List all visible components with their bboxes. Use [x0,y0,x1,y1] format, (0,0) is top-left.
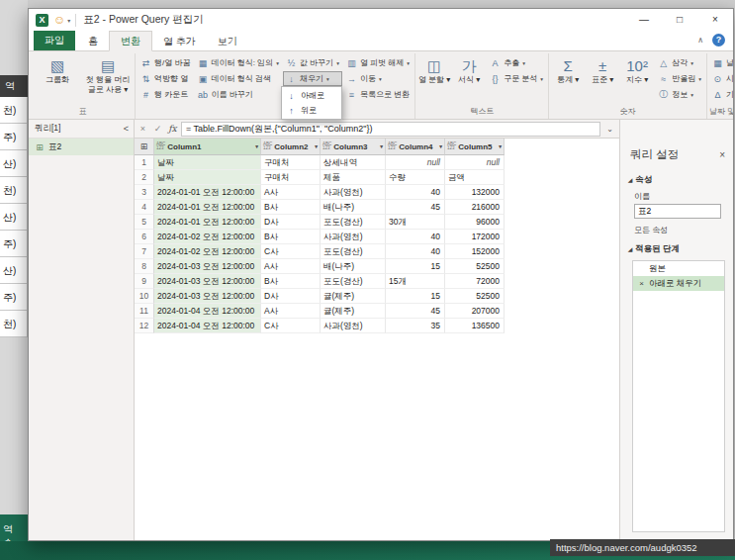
ribbon-button-표준[interactable]: ±표준 ▾ [586,53,619,101]
row-number[interactable]: 2 [135,170,154,185]
fill-menu-item-아래로[interactable]: ↓아래로 [283,88,340,103]
ribbon-button-그룹화[interactable]: ▧그룹화 [33,53,82,101]
tab-보기[interactable]: 보기 [207,32,248,50]
cell[interactable]: 2024-01-02 오전 12:00:00 [154,244,261,259]
formula-check-icon[interactable]: ✓ [151,124,164,134]
grid-corner-icon[interactable]: ⊞ [135,139,154,155]
cell[interactable]: 사과(영천) [321,230,386,244]
formula-expand-icon[interactable]: ⌄ [602,125,617,134]
cell[interactable]: 152000 [445,244,505,259]
cell[interactable]: 35 [386,319,445,333]
ribbon-button-데이터 형식: 임의[interactable]: ▦데이터 형식: 임의▾ [194,55,281,70]
cell[interactable]: 40 [386,244,445,259]
minimize-button[interactable]: — [626,9,662,31]
cell[interactable]: 15 [386,289,445,304]
cell[interactable]: 구매처 [261,155,321,170]
ribbon-button-열 피벗 해제[interactable]: ▥열 피벗 해제▾ [343,55,413,70]
ribbon-button-기간[interactable]: Δ기간▾ [709,87,734,102]
caret-down-icon[interactable]: ▾ [67,17,70,24]
filter-icon[interactable]: ▾ [255,143,258,149]
cell[interactable]: 배(나주) [321,259,386,274]
tab-변환[interactable]: 변환 [109,31,152,51]
ribbon-button-반올림[interactable]: ≈반올림▾ [655,71,704,86]
filter-icon[interactable]: ▾ [315,143,318,149]
row-number[interactable]: 5 [135,215,154,230]
cell[interactable]: 2024-01-01 오전 12:00:00 [154,200,261,215]
ribbon-button-행/열 바꿈[interactable]: ⇄행/열 바꿈 [138,55,193,70]
filter-icon[interactable]: ▾ [380,143,383,149]
cell[interactable]: 2024-01-02 오전 12:00:00 [154,230,261,244]
cell[interactable]: 52500 [445,259,505,274]
cell[interactable]: 172000 [445,230,505,244]
cell[interactable]: 2024-01-01 오전 12:00:00 [154,185,261,200]
all-properties-link[interactable]: 모든 속성 [620,221,733,239]
cell[interactable]: 15개 [386,274,445,289]
ribbon-button-구문 분석[interactable]: {}구문 분석▾ [487,71,546,86]
ribbon-button-통계[interactable]: Σ통계 ▾ [551,53,585,101]
ribbon-button-정보[interactable]: ⓘ정보▾ [655,87,704,102]
column-header-Column2[interactable]: ABC123Column2▾ [261,139,321,155]
cell[interactable]: 207000 [445,304,505,319]
ribbon-button-값 바꾸기[interactable]: ½값 바꾸기▾ [283,55,342,70]
cell[interactable]: 사과(영천) [321,185,386,200]
query-name-input[interactable] [634,204,721,219]
cell[interactable]: 52500 [445,289,505,304]
cell[interactable]: 2024-01-04 오전 12:00:00 [154,319,261,333]
close-button[interactable]: × [697,9,733,31]
cell[interactable]: 사과(영천) [321,319,386,333]
ribbon-button-데이터 형식 검색[interactable]: ▣데이터 형식 검색 [194,71,281,86]
cell[interactable]: 136500 [445,319,505,333]
row-number[interactable]: 1 [135,155,154,170]
cell[interactable]: 216000 [445,200,505,215]
cell[interactable]: 제품 [321,170,386,185]
cell[interactable]: 2024-01-03 오전 12:00:00 [154,289,261,304]
cell[interactable]: 132000 [445,185,505,200]
applied-steps-section-header[interactable]: ◢ 적용된 단계 [620,239,733,257]
cell[interactable]: 귤(제주) [321,289,386,304]
cell[interactable]: 72000 [445,274,505,289]
row-number[interactable]: 8 [135,259,154,274]
settings-close-icon[interactable]: × [719,149,725,160]
cell[interactable]: 45 [386,200,445,215]
cell[interactable]: 수량 [386,170,445,185]
ribbon-button-이동[interactable]: →이동▾ [343,71,413,86]
cell[interactable]: 40 [386,185,445,200]
cell[interactable]: 96000 [445,215,505,230]
applied-step-아래로 채우기[interactable]: ×아래로 채우기 [633,276,724,291]
cell[interactable]: C사 [261,244,321,259]
cell[interactable]: 구매처 [261,170,321,185]
ribbon-button-채우기[interactable]: ↓채우기▾↓아래로↑위로 [283,71,342,86]
cell[interactable]: 2024-01-03 오전 12:00:00 [154,274,261,289]
cell[interactable]: 15 [386,259,445,274]
cell[interactable]: 45 [386,304,445,319]
filter-icon[interactable]: ▾ [439,143,442,149]
delete-step-icon[interactable]: × [637,279,646,288]
tab-열 추가[interactable]: 열 추가 [152,32,207,50]
row-number[interactable]: 11 [135,304,154,319]
row-number[interactable]: 10 [135,289,154,304]
cell[interactable]: 포도(경산) [321,274,386,289]
cell[interactable]: 30개 [386,215,445,230]
cell[interactable]: null [386,155,445,170]
cell[interactable]: C사 [261,319,321,333]
cell[interactable]: 40 [386,230,445,244]
ribbon-button-삼각[interactable]: △삼각▾ [655,55,704,70]
ribbon-button-역방향 열[interactable]: ⇅역방향 열 [138,71,193,86]
cell[interactable]: A사 [261,304,321,319]
ribbon-button-추출[interactable]: A추출▾ [487,55,546,70]
cell[interactable]: 날짜 [154,170,261,185]
fill-menu-item-위로[interactable]: ↑위로 [283,103,340,118]
tab-홈[interactable]: 홈 [77,32,109,50]
tab-파일[interactable]: 파일 [34,31,75,50]
cell[interactable]: B사 [261,200,321,215]
cell[interactable]: A사 [261,185,321,200]
filter-icon[interactable]: ▾ [499,143,502,149]
row-number[interactable]: 7 [135,244,154,259]
cell[interactable]: D사 [261,215,321,230]
collapse-ribbon-icon[interactable]: ∧ [697,36,703,45]
column-header-Column4[interactable]: ABC123Column4▾ [386,139,445,155]
ribbon-button-서식[interactable]: 가서식 ▾ [452,53,486,101]
column-header-Column1[interactable]: ABC123Column1▾ [154,139,261,155]
cell[interactable]: B사 [261,274,321,289]
cell[interactable]: B사 [261,230,321,244]
